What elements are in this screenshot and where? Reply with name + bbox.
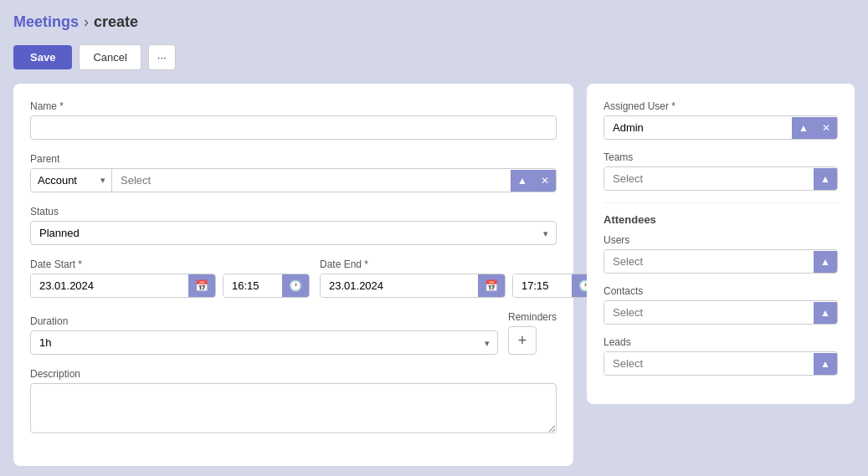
status-select[interactable]: Planned Held Not Held [30, 221, 557, 245]
users-field-group: Users ▲ [603, 234, 838, 274]
attendees-label: Attendees [603, 213, 838, 226]
date-end-field-group: Date End * 📅 🕐 [320, 258, 599, 298]
assigned-user-input[interactable] [604, 116, 792, 139]
date-end-input[interactable] [321, 274, 478, 297]
save-button[interactable]: Save [13, 45, 72, 69]
contacts-field-group: Contacts ▲ [603, 285, 838, 325]
status-field-group: Status Planned Held Not Held ▾ [30, 206, 557, 245]
toolbar: Save Cancel ··· [13, 44, 855, 70]
parent-type-select[interactable]: Account Contact Lead Opportunity [31, 169, 112, 192]
duration-select[interactable]: 30m 1h 1h 30m 2h [30, 330, 498, 355]
breadcrumb-separator: › [84, 13, 89, 31]
attendees-section: Attendees Users ▲ Contacts ▲ Leads [603, 213, 838, 376]
clock-icon: 🕐 [289, 279, 302, 292]
more-button[interactable]: ··· [148, 44, 176, 70]
parent-label: Parent [30, 153, 557, 165]
reminders-add-button[interactable]: + [508, 326, 537, 355]
status-label: Status [30, 206, 557, 218]
parent-expand-button[interactable]: ▲ [511, 170, 534, 192]
date-start-calendar-button[interactable]: 📅 [188, 274, 215, 297]
breadcrumb-meetings[interactable]: Meetings [13, 13, 79, 31]
date-start-label: Date Start * [30, 258, 310, 270]
date-end-calendar-button[interactable]: 📅 [478, 274, 505, 297]
parent-row: Account Contact Lead Opportunity ▲ ✕ [30, 168, 557, 192]
calendar-icon-end: 📅 [485, 279, 498, 292]
users-select-input[interactable] [604, 250, 814, 273]
name-label: Name * [30, 100, 557, 112]
reminders-label: Reminders [508, 311, 557, 323]
reminders-field-group: Reminders + [508, 311, 557, 355]
date-start-input[interactable] [31, 274, 188, 297]
assigned-user-expand-button[interactable]: ▲ [792, 117, 815, 139]
time-end-input[interactable] [513, 274, 572, 297]
attendees-divider [603, 202, 838, 203]
description-field-group: Description [30, 368, 557, 436]
duration-field-group: Duration 30m 1h 1h 30m 2h ▾ [30, 315, 498, 355]
teams-field-group: Teams ▲ [603, 151, 838, 191]
name-field-group: Name * [30, 100, 557, 140]
contacts-expand-button[interactable]: ▲ [814, 302, 837, 324]
right-panel: Assigned User * ▲ ✕ Teams ▲ Attendees Us… [587, 84, 855, 404]
assigned-user-clear-button[interactable]: ✕ [815, 117, 837, 139]
leads-select-input[interactable] [604, 352, 814, 375]
leads-field-group: Leads ▲ [603, 336, 838, 376]
description-textarea[interactable] [30, 383, 557, 433]
cancel-button[interactable]: Cancel [79, 44, 141, 70]
contacts-select-input[interactable] [604, 301, 814, 324]
leads-expand-button[interactable]: ▲ [814, 353, 837, 375]
parent-clear-button[interactable]: ✕ [534, 170, 556, 192]
date-start-field-group: Date Start * 📅 🕐 [30, 258, 310, 298]
breadcrumb-create: create [94, 13, 138, 31]
contacts-label: Contacts [603, 285, 838, 297]
time-start-clock-button[interactable]: 🕐 [282, 274, 309, 297]
parent-select-input[interactable] [112, 169, 511, 192]
calendar-icon: 📅 [195, 279, 208, 292]
date-end-label: Date End * [320, 258, 599, 270]
teams-label: Teams [603, 151, 838, 163]
description-label: Description [30, 368, 557, 380]
time-start-input[interactable] [223, 274, 282, 297]
left-panel: Name * Parent Account Contact Lead Oppor… [13, 84, 573, 466]
name-input[interactable] [30, 115, 557, 140]
assigned-user-field-group: Assigned User * ▲ ✕ [603, 100, 838, 140]
breadcrumb: Meetings › create [13, 13, 855, 31]
teams-select-input[interactable] [604, 167, 814, 190]
users-expand-button[interactable]: ▲ [814, 251, 837, 273]
assigned-user-label: Assigned User * [603, 100, 838, 112]
users-label: Users [603, 234, 838, 246]
parent-field-group: Parent Account Contact Lead Opportunity … [30, 153, 557, 192]
duration-label: Duration [30, 315, 498, 327]
teams-expand-button[interactable]: ▲ [814, 168, 837, 190]
leads-label: Leads [603, 336, 838, 348]
